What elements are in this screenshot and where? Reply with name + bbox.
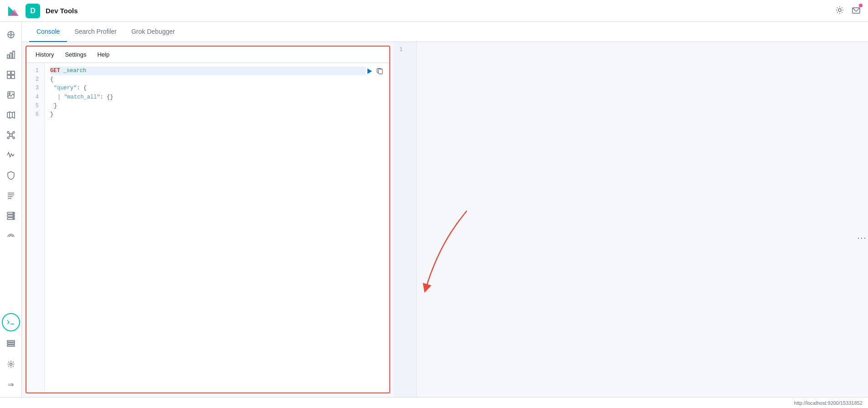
code-line-2: { — [50, 75, 384, 84]
content-area: Console Search Profiler Grok Debugger Hi… — [22, 22, 868, 397]
tab-bar: Console Search Profiler Grok Debugger — [22, 22, 868, 42]
svg-marker-19 — [7, 112, 15, 118]
sidebar-item-maps[interactable] — [2, 106, 20, 124]
tab-search-profiler[interactable]: Search Profiler — [67, 22, 124, 42]
more-options-button[interactable]: ⋮ — [860, 234, 864, 244]
svg-rect-12 — [13, 51, 15, 58]
sidebar: ⇒ — [0, 22, 22, 397]
topbar-icons — [835, 5, 861, 16]
app-icon: D — [26, 4, 40, 18]
kibana-logo — [7, 5, 20, 17]
sidebar-item-management[interactable] — [2, 335, 20, 353]
svg-line-29 — [9, 136, 10, 137]
sidebar-item-apm[interactable] — [2, 146, 20, 164]
status-url: http://localhost:9200/15331852 — [794, 400, 863, 406]
svg-point-45 — [10, 363, 12, 366]
dev-tools-panels: History Settings Help 1 2 3 4 5 6 — [22, 42, 868, 397]
mail-icon[interactable] — [852, 5, 861, 16]
sidebar-item-logs[interactable] — [2, 186, 20, 204]
svg-rect-10 — [7, 55, 9, 58]
svg-marker-46 — [367, 68, 372, 74]
statusbar: http://localhost:9200/15331852 — [0, 397, 868, 408]
run-icon[interactable] — [366, 68, 373, 75]
sidebar-item-infrastructure[interactable] — [2, 206, 20, 225]
tab-console[interactable]: Console — [29, 22, 67, 42]
history-button[interactable]: History — [32, 50, 57, 59]
editor-panel: History Settings Help 1 2 3 4 5 6 — [26, 46, 390, 393]
code-method: GET — [50, 68, 60, 74]
code-editor[interactable]: GET _search { — [45, 63, 389, 392]
svg-rect-42 — [7, 340, 15, 342]
svg-line-27 — [9, 133, 10, 135]
sidebar-item-canvas[interactable] — [2, 86, 20, 104]
editor-actions — [366, 68, 384, 75]
topbar: D Dev Tools — [0, 0, 868, 22]
svg-rect-15 — [7, 75, 10, 78]
svg-point-39 — [13, 215, 14, 216]
svg-point-18 — [9, 93, 10, 94]
copy-curl-icon[interactable] — [377, 68, 384, 75]
svg-rect-13 — [7, 71, 10, 74]
svg-rect-43 — [7, 343, 15, 344]
output-gutter: 1 — [394, 42, 417, 397]
svg-point-38 — [13, 213, 14, 214]
sidebar-item-dashboard[interactable] — [2, 66, 20, 84]
output-panel: 1 ⋮ — [394, 42, 868, 397]
svg-rect-16 — [11, 75, 15, 78]
svg-rect-44 — [7, 345, 15, 346]
code-line-5: } — [50, 102, 384, 110]
settings-icon[interactable] — [835, 5, 844, 16]
svg-point-24 — [13, 131, 15, 133]
svg-rect-14 — [11, 71, 15, 74]
sidebar-item-settings[interactable] — [2, 355, 20, 373]
sidebar-item-collapse[interactable]: ⇒ — [2, 375, 20, 393]
help-button[interactable]: Help — [93, 50, 113, 59]
svg-line-28 — [11, 133, 13, 135]
sidebar-item-siem[interactable] — [2, 166, 20, 184]
svg-point-23 — [7, 131, 9, 133]
svg-rect-11 — [10, 53, 12, 58]
svg-point-26 — [13, 137, 15, 139]
app-title: Dev Tools — [46, 7, 835, 15]
sidebar-item-ml[interactable] — [2, 126, 20, 144]
notification-badge — [859, 4, 863, 7]
line-numbers: 1 2 3 4 5 6 — [26, 63, 45, 392]
tab-grok-debugger[interactable]: Grok Debugger — [124, 22, 182, 42]
code-line-1: GET _search — [50, 67, 384, 75]
sidebar-item-uptime[interactable] — [2, 226, 20, 245]
editor-body: 1 2 3 4 5 6 GET _search — [26, 63, 389, 392]
sidebar-item-visualize[interactable] — [2, 46, 20, 64]
editor-toolbar: History Settings Help — [26, 47, 389, 63]
main-layout: ⇒ Console Search Profiler Grok Debugger … — [0, 22, 868, 397]
svg-line-30 — [11, 136, 13, 137]
settings-button[interactable]: Settings — [61, 50, 90, 59]
code-line-6: } — [50, 110, 384, 119]
sidebar-item-discover[interactable] — [2, 26, 20, 44]
svg-rect-17 — [8, 92, 14, 98]
code-path: _search — [63, 68, 86, 74]
code-line-4: | "match_all": {} — [50, 93, 384, 102]
output-content — [417, 42, 868, 397]
sidebar-item-devtools[interactable] — [2, 313, 20, 331]
svg-point-2 — [838, 9, 841, 11]
code-line-3: "query": { — [50, 84, 384, 93]
svg-point-40 — [13, 218, 14, 219]
svg-point-5 — [10, 34, 12, 36]
svg-point-25 — [7, 137, 9, 139]
